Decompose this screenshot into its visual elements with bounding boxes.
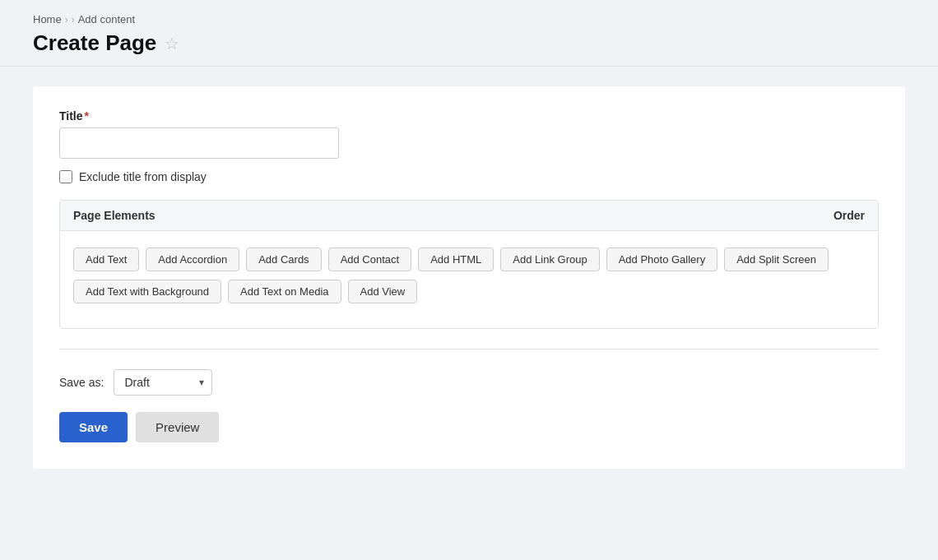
save-button[interactable]: Save [59, 412, 128, 442]
breadcrumb-current: Add content [78, 13, 135, 25]
add-text-button[interactable]: Add Text [73, 248, 139, 271]
col-page-elements: Page Elements [73, 209, 156, 222]
exclude-title-checkbox[interactable] [59, 170, 72, 183]
title-field-group: Title* [59, 109, 879, 159]
page-elements-table: Page Elements Order Add Text Add Accordi… [59, 200, 879, 329]
add-split-screen-button[interactable]: Add Split Screen [724, 248, 829, 271]
exclude-title-row: Exclude title from display [59, 170, 879, 183]
header-bar: Home › › Add content Create Page ☆ [0, 0, 938, 67]
add-cards-button[interactable]: Add Cards [246, 248, 321, 271]
col-order: Order [834, 209, 865, 222]
breadcrumb-chevron-1: › [65, 14, 68, 25]
breadcrumb: Home › › Add content [33, 13, 905, 25]
add-view-button[interactable]: Add View [348, 280, 418, 303]
breadcrumb-home[interactable]: Home [33, 13, 62, 25]
main-content: Title* Exclude title from display Page E… [33, 86, 905, 469]
add-text-on-media-button[interactable]: Add Text on Media [228, 280, 341, 303]
divider [59, 349, 879, 349]
add-photo-gallery-button[interactable]: Add Photo Gallery [606, 248, 718, 271]
add-contact-button[interactable]: Add Contact [328, 248, 412, 271]
button-row-2: Add Text with Background Add Text on Med… [73, 280, 865, 303]
table-body: Add Text Add Accordion Add Cards Add Con… [60, 231, 878, 328]
add-html-button[interactable]: Add HTML [418, 248, 494, 271]
draft-select[interactable]: Draft Published [114, 369, 212, 396]
add-accordion-button[interactable]: Add Accordion [146, 248, 239, 271]
exclude-title-label[interactable]: Exclude title from display [79, 170, 207, 183]
required-star: * [85, 109, 89, 123]
add-link-group-button[interactable]: Add Link Group [500, 248, 599, 271]
page-title: Create Page [33, 30, 156, 56]
table-header: Page Elements Order [60, 201, 878, 231]
bottom-actions: Save Preview [59, 412, 879, 442]
breadcrumb-chevron-2: › [72, 14, 75, 25]
favorite-star-icon[interactable]: ☆ [165, 34, 179, 53]
draft-select-wrapper: Draft Published ▾ [114, 369, 212, 396]
save-row: Save as: Draft Published ▾ [59, 369, 879, 396]
title-input[interactable] [59, 127, 339, 159]
add-text-with-background-button[interactable]: Add Text with Background [73, 280, 221, 303]
button-row-1: Add Text Add Accordion Add Cards Add Con… [73, 248, 865, 271]
preview-button[interactable]: Preview [136, 412, 219, 442]
page-title-row: Create Page ☆ [33, 30, 905, 56]
save-as-label: Save as: [59, 376, 104, 389]
title-label: Title* [59, 109, 879, 123]
